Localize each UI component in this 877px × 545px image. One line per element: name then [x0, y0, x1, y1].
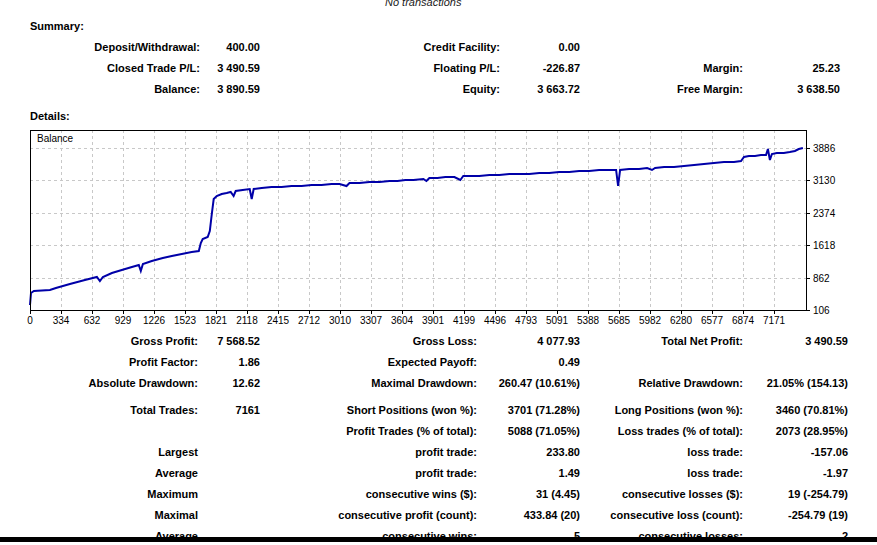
details-row-5-value: -157.06 [743, 442, 848, 463]
details-row-1-label: Profit Factor: [0, 352, 198, 373]
no-transactions-note: No transactions [385, 0, 461, 8]
account-statement-report: { "header": { "no_transactions": "No tra… [0, 0, 877, 545]
x-axis-label: 7171 [763, 315, 786, 326]
details-row-8-value: -254.79 (19) [743, 505, 848, 526]
details-row-8-label: consecutive profit (count): [260, 505, 477, 526]
details-row-5: Largestprofit trade:233.80loss trade:-15… [0, 442, 848, 463]
details-row-1-value: 1.86 [198, 352, 260, 373]
details-row-6-value: -1.97 [743, 463, 848, 484]
details-row-6-value: 1.49 [477, 463, 580, 484]
details-row-4-value: 5088 (71.05%) [477, 421, 580, 442]
y-axis-label: 862 [813, 273, 830, 284]
x-axis-label: 6280 [670, 315, 693, 326]
details-row-2-value: 12.62 [198, 373, 260, 394]
details-row-9-label: consecutive losses: [580, 526, 743, 545]
details-row-6-label: Average [0, 463, 198, 484]
x-axis-label: 3604 [391, 315, 414, 326]
x-axis-label: 1523 [174, 315, 197, 326]
details-row-7-label: consecutive wins ($): [260, 484, 477, 505]
x-axis-label: 2118 [236, 315, 258, 326]
summary-row-1-value: 3 490.59 [200, 58, 260, 79]
details-row-3-value: 3460 (70.81%) [743, 400, 848, 421]
summary-row-1-value: -226.87 [500, 58, 580, 79]
summary-row-2-label: Equity: [260, 79, 500, 100]
details-row-2-value: 260.47 (10.61%) [477, 373, 580, 394]
balance-chart: 0334632929122615231821211824152712301033… [0, 125, 877, 337]
details-row-3-value: 3701 (71.28%) [477, 400, 580, 421]
details-row-4-label: Profit Trades (% of total): [260, 421, 477, 442]
x-axis-label: 4199 [453, 315, 476, 326]
details-row-0-value: 3 490.59 [743, 331, 848, 352]
x-axis-label: 2712 [298, 315, 321, 326]
details-row-8: Maximalconsecutive profit (count):433.84… [0, 505, 848, 526]
x-axis-label: 5388 [577, 315, 600, 326]
x-axis-label: 6577 [701, 315, 724, 326]
details-row-4-label: Loss trades (% of total): [580, 421, 743, 442]
summary-row-0-value: 400.00 [200, 37, 260, 58]
summary-row-0: Deposit/Withdrawal:400.00Credit Facility… [0, 37, 840, 58]
details-row-4-value: 2073 (28.95%) [743, 421, 848, 442]
summary-row-2-value: 3 890.59 [200, 79, 260, 100]
details-row-9: Averageconsecutive wins:5consecutive los… [0, 526, 848, 545]
x-axis-label: 0 [27, 315, 33, 326]
summary-row-0-value: 0.00 [500, 37, 580, 58]
summary-row-2-value: 3 638.50 [743, 79, 840, 100]
details-row-6-label: profit trade: [260, 463, 477, 484]
details-row-9-label: consecutive wins: [260, 526, 477, 545]
x-axis-label: 1821 [205, 315, 228, 326]
x-axis-label: 5982 [639, 315, 662, 326]
chart-legend-balance: Balance [37, 133, 73, 144]
details-row-5-label: profit trade: [260, 442, 477, 463]
details-row-3-label: Long Positions (won %): [580, 400, 743, 421]
details-row-1-label: Expected Payoff: [260, 352, 477, 373]
details-row-0-label: Gross Profit: [0, 331, 198, 352]
details-row-9-value: 5 [477, 526, 580, 545]
chart-border [31, 131, 807, 311]
x-axis-label: 3010 [329, 315, 352, 326]
details-row-1: Profit Factor:1.86Expected Payoff:0.49 [0, 352, 848, 373]
balance-line [30, 148, 803, 305]
summary-row-1-label: Margin: [580, 58, 743, 79]
details-row-3: Total Trades:7161Short Positions (won %)… [0, 400, 848, 421]
summary-row-0-label: Credit Facility: [260, 37, 500, 58]
summary-row-2-label: Free Margin: [580, 79, 743, 100]
details-row-8-label: Maximal [0, 505, 198, 526]
details-row-0-value: 4 077.93 [477, 331, 580, 352]
details-row-4: Profit Trades (% of total):5088 (71.05%)… [0, 421, 848, 442]
bottom-edge-bar [0, 537, 877, 542]
details-row-3-label: Total Trades: [0, 400, 198, 421]
x-axis-label: 929 [115, 315, 132, 326]
x-axis-label: 1226 [143, 315, 166, 326]
summary-row-1-label: Floating P/L: [260, 58, 500, 79]
details-row-0-value: 7 568.52 [198, 331, 260, 352]
y-axis-label: 106 [813, 305, 830, 316]
details-row-0: Gross Profit:7 568.52Gross Loss:4 077.93… [0, 331, 848, 352]
x-axis-label: 5685 [608, 315, 631, 326]
details-row-7-value: 19 (-254.79) [743, 484, 848, 505]
summary-row-0-label: Deposit/Withdrawal: [0, 37, 200, 58]
details-row-6-label: loss trade: [580, 463, 743, 484]
x-axis-label: 2415 [267, 315, 290, 326]
x-axis-label: 632 [84, 315, 101, 326]
x-axis-label: 3307 [360, 315, 383, 326]
y-axis-label: 3130 [813, 175, 836, 186]
y-axis-label: 1618 [813, 240, 836, 251]
summary-row-2: Balance:3 890.59Equity:3 663.72Free Marg… [0, 79, 840, 100]
y-axis-label: 2374 [813, 208, 836, 219]
details-row-6: Averageprofit trade:1.49loss trade:-1.97 [0, 463, 848, 484]
x-axis-label: 6874 [732, 315, 755, 326]
details-row-9-label: Average [0, 526, 198, 545]
details-row-3-label: Short Positions (won %): [260, 400, 477, 421]
details-row-0-label: Total Net Profit: [580, 331, 743, 352]
details-row-8-value: 433.84 (20) [477, 505, 580, 526]
summary-row-1-label: Closed Trade P/L: [0, 58, 200, 79]
x-axis-label: 4496 [484, 315, 507, 326]
summary-row-1: Closed Trade P/L:3 490.59Floating P/L:-2… [0, 58, 840, 79]
details-row-2-label: Relative Drawdown: [580, 373, 743, 394]
details-row-7-label: Maximum [0, 484, 198, 505]
details-row-7-label: consecutive losses ($): [580, 484, 743, 505]
summary-section-title: Summary: [30, 20, 84, 32]
details-row-5-label: Largest [0, 442, 198, 463]
summary-row-1-value: 25.23 [743, 58, 840, 79]
details-row-5-value: 233.80 [477, 442, 580, 463]
